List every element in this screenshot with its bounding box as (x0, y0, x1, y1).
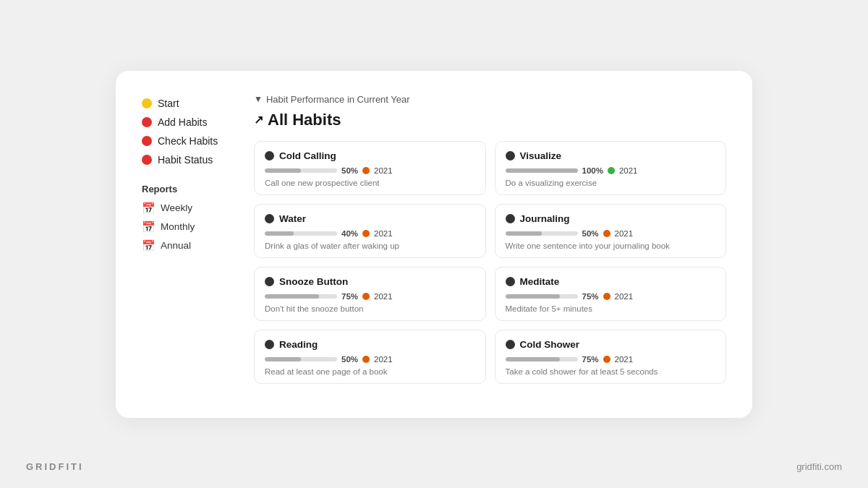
sidebar: Start Add Habits Check Habits Habit Stat… (142, 94, 254, 395)
year-text: 2021 (374, 355, 393, 364)
habit-name-text: Journaling (520, 213, 570, 224)
progress-fill (265, 231, 294, 236)
habit-desc: Meditate for 5+ minutes (506, 304, 716, 313)
pct-text: 75% (582, 292, 599, 301)
habit-desc: Take a cold shower for at least 5 second… (506, 367, 716, 376)
year-text: 2021 (615, 355, 634, 364)
habit-desc: Read at least one page of a book (265, 367, 475, 376)
year-text: 2021 (619, 166, 638, 175)
habit-name: Water (265, 213, 475, 224)
progress-fill (506, 168, 578, 173)
habit-desc: Don't hit the snooze button (265, 304, 475, 313)
progress-fill (506, 294, 560, 299)
habit-name-text: Reading (279, 339, 318, 350)
habit-meta: 50% 2021 (506, 229, 716, 238)
annual-cal-icon: 📅 (142, 239, 155, 252)
collapse-icon[interactable]: ▼ (254, 94, 263, 104)
habit-card-water[interactable]: Water 40% 2021 Drink a glas of water aft… (254, 204, 486, 258)
progress-bar (506, 168, 578, 173)
habit-name-text: Visualize (520, 150, 562, 161)
status-dot (608, 167, 615, 174)
habit-meta: 75% 2021 (506, 355, 716, 364)
reports-list: 📅 Weekly 📅 Monthly 📅 Annual (142, 199, 239, 255)
sidebar-label-add-habits: Add Habits (158, 116, 207, 128)
sidebar-label-annual: Annual (161, 240, 191, 251)
pct-text: 40% (341, 229, 358, 238)
habit-color-dot (506, 277, 515, 286)
habit-name: Visualize (506, 150, 716, 161)
year-text: 2021 (374, 229, 393, 238)
check-habits-dot (142, 136, 152, 146)
status-dot (603, 356, 610, 363)
habit-name: Meditate (506, 276, 716, 287)
pct-text: 50% (582, 229, 599, 238)
progress-bar (265, 294, 337, 299)
habit-name-text: Meditate (520, 276, 560, 287)
progress-bar (506, 231, 578, 236)
progress-bar (506, 294, 578, 299)
progress-bar (265, 231, 337, 236)
habits-grid: Cold Calling 50% 2021 Call one new prosp… (254, 141, 726, 384)
habit-color-dot (265, 214, 274, 223)
habit-desc: Write one sentence into your journaling … (506, 241, 716, 250)
brand-right: gridfiti.com (796, 461, 842, 472)
habit-desc: Call one new prospective client (265, 179, 475, 187)
progress-fill (265, 168, 301, 173)
habit-name-text: Cold Calling (279, 150, 336, 161)
year-text: 2021 (374, 292, 393, 301)
habit-name: Cold Calling (265, 150, 475, 161)
habit-name: Journaling (506, 213, 716, 224)
section-title: ▼ Habit Performance in Current Year (254, 94, 726, 105)
status-dot (362, 356, 370, 363)
sidebar-item-weekly[interactable]: 📅 Weekly (142, 199, 239, 218)
habit-color-dot (265, 340, 274, 349)
sidebar-item-check-habits[interactable]: Check Habits (142, 132, 239, 150)
habit-meta: 40% 2021 (265, 229, 475, 238)
sidebar-nav: Start Add Habits Check Habits Habit Stat… (142, 94, 239, 169)
status-dot (362, 293, 370, 300)
habit-card-cold-calling[interactable]: Cold Calling 50% 2021 Call one new prosp… (254, 141, 486, 195)
sidebar-item-habit-status[interactable]: Habit Status (142, 150, 239, 169)
habit-card-snooze-button[interactable]: Snooze Button 75% 2021 Don't hit the sno… (254, 267, 486, 321)
progress-fill (265, 357, 301, 361)
progress-bar (265, 168, 337, 173)
habit-card-cold-shower[interactable]: Cold Shower 75% 2021 Take a cold shower … (495, 330, 727, 384)
habit-name-text: Water (279, 213, 306, 224)
progress-fill (265, 294, 319, 299)
pct-text: 100% (582, 166, 603, 175)
add-habits-dot (142, 117, 152, 127)
all-habits-label: All Habits (268, 111, 341, 129)
brand-left: GRIDFITI (26, 461, 84, 472)
year-text: 2021 (615, 229, 634, 238)
progress-fill (506, 231, 542, 236)
sidebar-label-start: Start (158, 98, 179, 109)
sidebar-label-weekly: Weekly (161, 202, 192, 213)
habit-name: Cold Shower (506, 339, 716, 350)
habit-color-dot (506, 340, 515, 349)
external-link-icon[interactable]: ↗ (254, 113, 263, 127)
habit-status-dot (142, 155, 152, 165)
habit-card-reading[interactable]: Reading 50% 2021 Read at least one page … (254, 330, 486, 384)
monthly-cal-icon: 📅 (142, 221, 155, 234)
main-content: ▼ Habit Performance in Current Year ↗ Al… (254, 94, 726, 395)
start-dot (142, 98, 152, 108)
habit-card-visualize[interactable]: Visualize 100% 2021 Do a visualizing exe… (495, 141, 727, 195)
habit-name-text: Snooze Button (279, 276, 348, 287)
section-title-text: Habit Performance in Current Year (266, 94, 410, 105)
habit-meta: 100% 2021 (506, 166, 716, 175)
sidebar-item-add-habits[interactable]: Add Habits (142, 113, 239, 132)
status-dot (362, 230, 370, 237)
pct-text: 50% (341, 166, 358, 175)
habit-color-dot (265, 277, 274, 286)
habit-card-meditate[interactable]: Meditate 75% 2021 Meditate for 5+ minute… (495, 267, 727, 321)
habit-card-journaling[interactable]: Journaling 50% 2021 Write one sentence i… (495, 204, 727, 258)
habit-desc: Do a visualizing exercise (506, 179, 716, 187)
main-card: Start Add Habits Check Habits Habit Stat… (116, 71, 752, 418)
sidebar-item-annual[interactable]: 📅 Annual (142, 236, 239, 255)
sidebar-item-monthly[interactable]: 📅 Monthly (142, 218, 239, 236)
progress-bar (265, 357, 337, 361)
status-dot (362, 167, 370, 174)
habit-name: Reading (265, 339, 475, 350)
pct-text: 75% (341, 292, 358, 301)
sidebar-item-start[interactable]: Start (142, 94, 239, 113)
